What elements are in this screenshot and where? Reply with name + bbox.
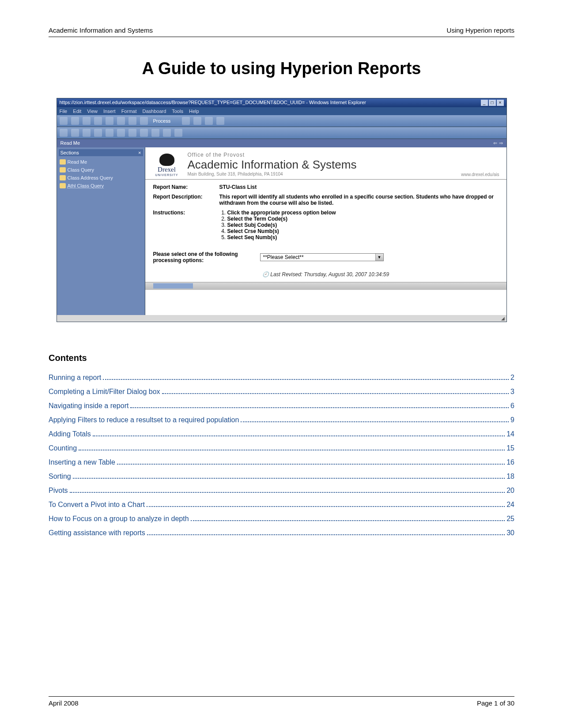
horizontal-scrollbar[interactable] [145,282,506,290]
cut-icon[interactable] [106,117,113,125]
toc-leader [147,534,505,535]
minimize-button[interactable]: _ [481,100,488,106]
menu-file[interactable]: File [60,109,68,114]
chart-icon[interactable] [205,117,213,125]
toc-row[interactable]: Running a report2 [49,374,514,382]
maximize-button[interactable]: □ [489,100,496,106]
toc-row[interactable]: Pivots20 [49,487,514,495]
bold-icon[interactable] [83,129,91,137]
toc-row[interactable]: Completing a Limit/Filter Dialog box3 [49,388,514,396]
processing-option-row: Please select one of the following proce… [145,248,506,269]
toc-row[interactable]: How to Focus on a group to analyze in de… [49,515,514,523]
instruction-item: Click the appropriate process option bel… [227,210,499,216]
sections-close-icon[interactable]: × [138,150,141,155]
toc-leader [103,379,509,380]
chevron-down-icon: ▼ [375,254,383,261]
scroll-thumb[interactable] [153,283,193,289]
home-icon[interactable] [60,117,68,125]
toc-row[interactable]: Inserting a new Table16 [49,458,514,466]
menu-tools[interactable]: Tools [172,109,183,114]
toc-row[interactable]: To Convert a Pivot into a Chart24 [49,501,514,509]
last-revised-text: Last Revised: Thursday, August 30, 2007 … [270,271,389,278]
align-left-icon[interactable] [117,129,125,137]
table-icon[interactable] [216,117,224,125]
toolbar-primary: Process [57,115,506,127]
toc-row[interactable]: Applying Filters to reduce a resultset t… [49,416,514,424]
menu-insert[interactable]: Insert [103,109,116,114]
copy-icon[interactable] [117,117,125,125]
toc-row[interactable]: Adding Totals14 [49,430,514,438]
close-button[interactable]: × [497,100,504,106]
menu-format[interactable]: Format [121,109,137,114]
tree-item-class-address-query[interactable]: Class Address Query [59,174,143,182]
toc-leader [241,421,509,422]
print-icon[interactable] [94,117,102,125]
tree-item-athl-class-query[interactable]: Athl Class Query [59,182,143,190]
toc-page: 6 [510,402,514,410]
font-dropdown[interactable] [60,129,68,137]
toc-page: 25 [506,515,514,523]
toc-page: 16 [506,458,514,466]
menu-dash[interactable]: Dashboard [143,109,166,114]
report-desc-value: This report will identify all students w… [219,194,494,206]
nav-back-icon[interactable]: ⇐ [493,140,497,146]
clock-icon: 🕘 [262,271,269,278]
toc-label: Counting [49,444,77,452]
ais-title: Academic Information & Systems [188,158,357,172]
underline-icon[interactable] [106,129,113,137]
toc-row[interactable]: Getting assistance with reports30 [49,529,514,537]
query-icon [60,183,66,188]
italic-icon[interactable] [94,129,102,137]
toc-row[interactable]: Counting15 [49,444,514,452]
save-icon[interactable] [83,117,91,125]
toc-row[interactable]: Navigating inside a report6 [49,402,514,410]
sections-header: Sections × [59,149,143,156]
toc-label: How to Focus on a group to analyze in de… [49,515,189,523]
toc-page: 14 [506,430,514,438]
open-icon[interactable] [71,117,79,125]
address-line: Main Building, Suite 318, Philadelphia, … [188,172,357,176]
toc-page: 20 [506,487,514,495]
contents-heading: Contents [49,353,514,363]
paste-icon[interactable] [128,117,136,125]
run-icon[interactable] [140,117,148,125]
site-link[interactable]: www.drexel.edu/ais [461,172,499,177]
menu-edit[interactable]: Edit [73,109,81,114]
text-color-icon[interactable] [163,129,171,137]
toc-label: Sorting [49,473,71,480]
toc-leader [162,393,509,394]
stop-icon[interactable] [193,117,201,125]
document-title: A Guide to using Hyperion Reports [49,59,514,78]
toc-label: Applying Filters to reduce a resultset t… [49,416,239,424]
footer-date: April 2008 [49,699,79,707]
menu-bar: File Edit View Insert Format Dashboard T… [57,107,506,115]
document-header: Drexel UNIVERSITY Office of the Provost … [145,147,506,180]
toc-label: Navigating inside a report [49,402,128,410]
toc-label: Completing a Limit/Filter Dialog box [49,388,160,396]
align-right-icon[interactable] [140,129,148,137]
toc-row[interactable]: Sorting18 [49,473,514,480]
fill-color-icon[interactable] [151,129,159,137]
instruction-item: Select Subj Code(s) [227,222,499,228]
field-report-name: Report Name: STU-Class List [153,184,499,190]
tree-item-readme[interactable]: Read Me [59,158,143,166]
process-label[interactable]: Process [153,118,171,124]
query-icon [60,167,66,173]
resize-grip-icon[interactable]: ◢ [57,315,506,322]
drexel-logo: Drexel UNIVERSITY [151,152,182,176]
report-name-value: STU-Class List [219,184,257,190]
nav-fwd-icon[interactable]: ⇒ [499,140,503,146]
menu-help[interactable]: Help [189,109,199,114]
toc-page: 30 [506,529,514,537]
field-report-desc: Report Description: This report will ide… [153,194,499,206]
nav-arrows: ⇐ ⇒ [493,140,503,146]
menu-view[interactable]: View [87,109,98,114]
processing-option-select[interactable]: **Please Select** ▼ [260,253,384,261]
instructions-label: Instructions: [153,210,219,240]
align-center-icon[interactable] [128,129,136,137]
refresh-icon[interactable] [182,117,190,125]
border-icon[interactable] [174,129,182,137]
tree-item-class-query[interactable]: Class Query [59,166,143,174]
size-dropdown[interactable] [71,129,79,137]
toc-leader [70,492,505,493]
